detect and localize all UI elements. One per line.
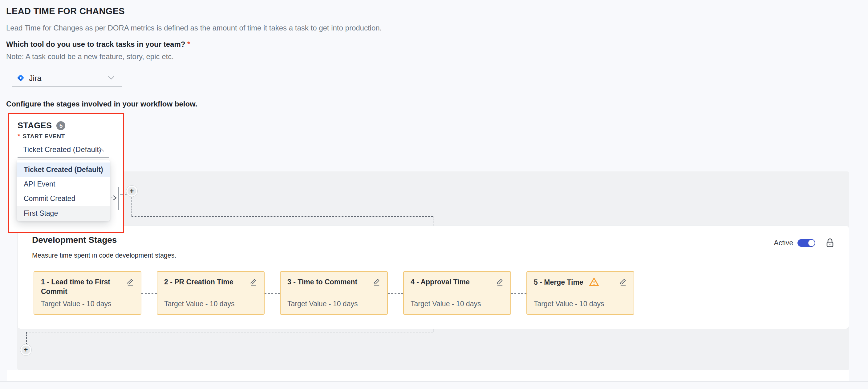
toggle-knob — [808, 240, 815, 246]
arrow-right-icon — [113, 195, 117, 202]
stage-target-value: Target Value - 10 days — [41, 300, 111, 308]
chevron-down-icon — [108, 76, 115, 81]
stage-card-3[interactable]: 3 - Time to Comment Target Value - 10 da… — [280, 271, 388, 315]
add-stage-button-top[interactable]: + — [126, 185, 138, 197]
lead-time-config-page: { "header": { "title": "LEAD TIME FOR CH… — [0, 0, 868, 389]
stage-target-value: Target Value - 10 days — [287, 300, 358, 308]
canvas-bottom-strip — [7, 370, 849, 381]
warning-triangle-icon — [587, 280, 599, 288]
dropdown-option-first-stage[interactable]: First Stage — [17, 206, 110, 221]
tool-select-underline — [12, 87, 122, 87]
lock-icon[interactable] — [826, 238, 834, 248]
stage-target-value: Target Value - 10 days — [164, 300, 235, 308]
stage-card-2[interactable]: 2 - PR Creation Time Target Value - 10 d… — [157, 271, 265, 315]
stages-heading: STAGES — [18, 121, 52, 130]
stages-count-badge: 5 — [56, 121, 65, 130]
stage-title: 5 - Merge Time — [534, 278, 583, 286]
connector-dash — [433, 329, 433, 332]
start-event-dropdown-menu: Ticket Created (Default) API Event Commi… — [17, 160, 110, 221]
stage-title: 3 - Time to Comment — [287, 278, 357, 286]
development-stages-title: Development Stages — [32, 235, 117, 245]
edit-pencil-icon[interactable] — [249, 277, 258, 287]
plus-icon: + — [127, 187, 136, 195]
plus-icon: + — [22, 346, 30, 354]
start-event-label-row: * START EVENT — [18, 133, 65, 140]
page-bottom-divider — [0, 381, 868, 382]
dropdown-option-api-event[interactable]: API Event — [17, 177, 110, 191]
connector-dash — [131, 216, 433, 217]
required-asterisk: * — [18, 133, 20, 140]
start-event-select-underline — [18, 157, 110, 158]
add-stage-button-bottom[interactable]: + — [20, 344, 32, 356]
active-status-row: Active — [774, 238, 834, 248]
tool-select-dropdown[interactable]: Jira — [12, 71, 123, 87]
active-toggle[interactable] — [798, 239, 815, 247]
edit-pencil-icon[interactable] — [372, 277, 381, 287]
stages-header: STAGES 5 — [18, 121, 65, 130]
edit-pencil-icon[interactable] — [126, 277, 134, 287]
jira-icon — [17, 73, 25, 84]
required-asterisk: * — [187, 40, 190, 48]
connector-dash — [120, 195, 127, 195]
tool-note: Note: A task could be a new feature, sto… — [6, 52, 174, 61]
stage-connector-dash — [388, 293, 403, 294]
page-description: Lead Time for Changes as per DORA metric… — [6, 24, 382, 32]
stage-card-4[interactable]: 4 - Approval Time Target Value - 10 days — [403, 271, 511, 315]
active-label: Active — [774, 239, 793, 247]
stage-connector-dash — [142, 293, 157, 294]
page-title: LEAD TIME FOR CHANGES — [6, 6, 125, 16]
stage-card-5[interactable]: 5 - Merge Time Target Value - 10 days — [526, 271, 634, 315]
edit-pencil-icon[interactable] — [619, 277, 627, 287]
stage-title: 1 - Lead time to First Commit — [41, 278, 110, 295]
start-event-select[interactable]: Ticket Created (Default) — [23, 145, 101, 154]
stage-target-value: Target Value - 10 days — [534, 300, 604, 308]
stage-target-value: Target Value - 10 days — [411, 300, 481, 308]
stage-card-1[interactable]: 1 - Lead time to First Commit Target Val… — [34, 271, 142, 315]
dropdown-option-ticket-created[interactable]: Ticket Created (Default) — [17, 162, 110, 177]
development-stages-card: Development Stages Measure time spent in… — [17, 226, 849, 329]
connector-dash — [131, 197, 132, 216]
configure-instruction: Configure the stages involved in your wo… — [6, 100, 197, 108]
tool-question: Which tool do you use to track tasks in … — [6, 40, 190, 48]
stage-title: 2 - PR Creation Time — [164, 278, 234, 286]
dropdown-option-commit-created[interactable]: Commit Created — [17, 191, 110, 206]
chevron-up-icon — [98, 148, 104, 153]
development-stages-subtitle: Measure time spent in code development s… — [32, 252, 177, 259]
stage-connector-dash — [511, 293, 526, 294]
stage-title: 4 - Approval Time — [411, 278, 470, 286]
connector-dash — [433, 216, 433, 226]
tool-select-value: Jira — [29, 74, 41, 83]
start-event-label: START EVENT — [23, 133, 65, 140]
tool-question-text: Which tool do you use to track tasks in … — [6, 40, 185, 48]
connector-dash — [26, 332, 433, 332]
connector-dash — [26, 332, 27, 345]
edit-pencil-icon[interactable] — [496, 277, 504, 287]
stage-connector-dash — [265, 293, 280, 294]
node-edge-line — [118, 187, 119, 210]
